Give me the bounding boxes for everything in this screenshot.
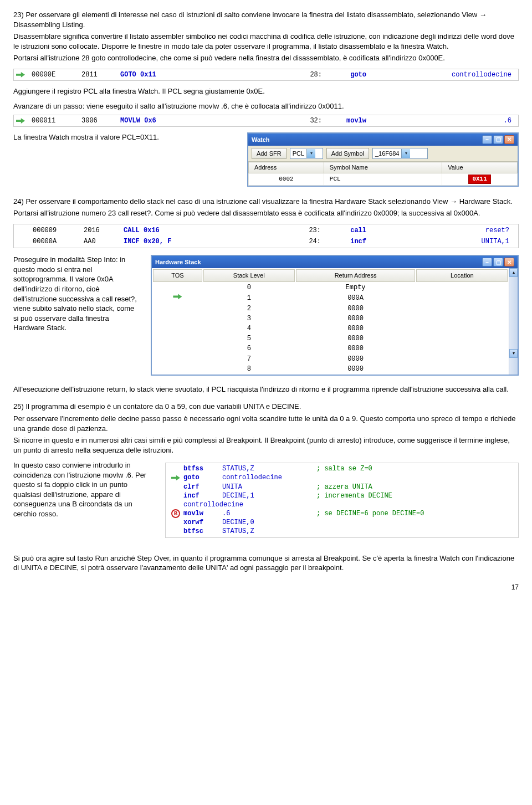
- cell-location: [416, 365, 508, 373]
- cell-level: 8: [203, 365, 295, 373]
- chevron-down-icon[interactable]: ▾: [306, 149, 315, 158]
- window-title: Hardware Stack: [155, 258, 201, 266]
- cell-level: 5: [203, 334, 295, 343]
- page-number: 17: [13, 583, 519, 592]
- paragraph-23: 23) Per osservare gli elementi di intere…: [13, 10, 519, 63]
- col-address[interactable]: Address: [249, 162, 324, 173]
- table-row[interactable]: 1000A: [153, 293, 508, 302]
- scroll-down-icon[interactable]: ▾: [509, 349, 518, 358]
- tos-arrow-icon: [153, 293, 202, 302]
- table-row[interactable]: 20000: [153, 304, 508, 313]
- text: 24) Per osservare il comportamento dello…: [13, 197, 450, 206]
- asm-line[interactable]: gotocontrollodecine: [168, 473, 516, 482]
- text: All'esecuzione dell'istruzione return, l…: [13, 384, 519, 394]
- paragraph-breakpoint: In questo caso conviene introdurlo in co…: [13, 460, 152, 519]
- cell-return: 0000: [296, 355, 416, 363]
- col-return[interactable]: Return Address: [296, 269, 416, 282]
- paragraph-25: 25) Il programma di esempio è un contato…: [13, 402, 519, 455]
- current-line-arrow-icon: [168, 474, 183, 481]
- cell-return: 000A: [296, 293, 416, 302]
- cell-return: 0000: [296, 334, 416, 343]
- current-line-arrow-icon: [14, 71, 27, 78]
- titlebar[interactable]: Hardware Stack – ▢ ✕: [152, 256, 518, 268]
- paragraph-step-into: Proseguire in modalità Step Into: in que…: [13, 255, 141, 335]
- col-tos[interactable]: TOS: [153, 269, 202, 282]
- asm-line[interactable]: xorwfDECINE,0: [168, 518, 516, 527]
- cell-location: [416, 304, 508, 313]
- keyword: movlw: [326, 116, 371, 126]
- cell-level: 0: [203, 283, 295, 292]
- current-line-arrow-icon: [14, 117, 27, 124]
- asm-listing: btfssSTATUS,Z; salta se Z=0 gotocontroll…: [165, 463, 519, 538]
- hardware-stack-window: Hardware Stack – ▢ ✕ TOS Stack Level Ret…: [151, 255, 519, 376]
- disassembly-row: 000011 3006 MOVLW 0x6 32: movlw .6: [13, 115, 519, 127]
- toolbar: Add SFR PCL▾ Add Symbol _16F684▾: [248, 146, 518, 162]
- cell-return: 0000: [296, 365, 416, 373]
- maximize-icon[interactable]: ▢: [493, 258, 503, 266]
- arrow-icon: →: [450, 197, 457, 206]
- col-location[interactable]: Location: [416, 269, 508, 282]
- cell-location: [416, 283, 508, 292]
- cell-value: 0X11: [442, 173, 518, 186]
- cell-location: [416, 355, 508, 363]
- maximize-icon[interactable]: ▢: [493, 135, 503, 144]
- cell-level: 3: [203, 314, 295, 323]
- address: 00000E: [27, 70, 77, 80]
- titlebar[interactable]: Watch – ▢ ✕: [248, 134, 518, 146]
- text: Disassembling Listing.: [13, 20, 85, 29]
- sfr-combo[interactable]: PCL▾: [290, 148, 323, 159]
- text: Portarsi all'istruzione 28 goto controll…: [13, 53, 519, 63]
- cell-symbol: PCL: [324, 173, 442, 186]
- scrollbar[interactable]: ▴ ▾: [509, 268, 518, 375]
- cell-return: Empty: [296, 283, 416, 292]
- cell-location: [416, 324, 508, 333]
- paragraph-24: 24) Per osservare il comportamento dello…: [13, 197, 519, 218]
- add-symbol-button[interactable]: Add Symbol: [326, 148, 369, 159]
- table-row[interactable]: 50000: [153, 334, 508, 343]
- col-value[interactable]: Value: [442, 162, 518, 173]
- table-row[interactable]: 70000: [153, 355, 508, 363]
- cell-location: [416, 334, 508, 343]
- mnemonic: GOTO 0x11: [116, 70, 210, 80]
- table-row[interactable]: 40000: [153, 324, 508, 333]
- table-row[interactable]: 0Empty: [153, 283, 508, 292]
- cell-return: 0000: [296, 304, 416, 313]
- stack-table: TOS Stack Level Return Address Location …: [152, 268, 509, 375]
- add-sfr-button[interactable]: Add SFR: [252, 148, 287, 159]
- table-row[interactable]: 60000: [153, 344, 508, 353]
- breakpoint-icon[interactable]: B: [168, 509, 183, 518]
- cell-location: [416, 293, 508, 302]
- col-level[interactable]: Stack Level: [203, 269, 295, 282]
- minimize-icon[interactable]: –: [482, 135, 492, 144]
- asm-line[interactable]: incfDECINE,1; incrementa DECINE: [168, 491, 516, 500]
- disassembly-table: 000009 2016 CALL 0x16 23: call reset? 00…: [13, 224, 519, 248]
- cell-location: [416, 314, 508, 323]
- table-row[interactable]: 30000: [153, 314, 508, 323]
- symbol: .6: [371, 116, 518, 126]
- asm-line[interactable]: B movlw.6; se DECINE=6 pone DECINE=0: [168, 509, 516, 518]
- asm-line[interactable]: btfssSTATUS,Z; salta se Z=0: [168, 464, 516, 473]
- symbol-combo[interactable]: _16F684▾: [372, 148, 428, 159]
- close-icon[interactable]: ✕: [504, 258, 514, 266]
- opcode: 3006: [77, 116, 116, 126]
- line-number: 28:: [210, 70, 326, 80]
- asm-line[interactable]: controllodecine: [168, 500, 516, 509]
- window-title: Watch: [252, 136, 270, 144]
- scroll-up-icon[interactable]: ▴: [509, 268, 518, 277]
- table-row[interactable]: 0002 PCL 0X11: [249, 173, 518, 186]
- cell-level: 6: [203, 344, 295, 353]
- text: Proseguire in modalità Step Into: in que…: [13, 255, 141, 332]
- cell-level: 1: [203, 293, 295, 302]
- chevron-down-icon[interactable]: ▾: [401, 149, 410, 158]
- asm-line[interactable]: btfscSTATUS,Z: [168, 527, 516, 536]
- close-icon[interactable]: ✕: [504, 135, 514, 144]
- table-row: 000009 2016 CALL 0x16 23: call reset?: [15, 225, 517, 235]
- table-row: 00000A AA0 INCF 0x20, F 24: incf UNITA,1: [15, 237, 517, 247]
- text: Per osservare l'incremento delle decine …: [13, 414, 519, 433]
- asm-line[interactable]: clrfUNITA; azzera UNITA: [168, 483, 516, 491]
- col-symbol[interactable]: Symbol Name: [324, 162, 442, 173]
- address: 000011: [27, 116, 77, 126]
- table-row[interactable]: 80000: [153, 365, 508, 373]
- minimize-icon[interactable]: –: [482, 258, 492, 266]
- line-number: 32:: [210, 116, 326, 126]
